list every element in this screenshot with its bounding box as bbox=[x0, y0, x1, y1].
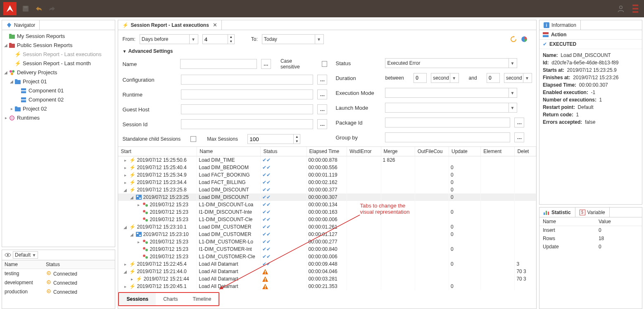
menu-icon[interactable] bbox=[632, 5, 641, 13]
grid-column[interactable]: WsdlError bbox=[347, 147, 381, 156]
env-row[interactable]: developmentConnected bbox=[2, 278, 115, 287]
nav-component02[interactable]: Component 02 bbox=[3, 95, 114, 104]
grid-column[interactable]: Status bbox=[261, 147, 307, 156]
from-unit-dropdown[interactable]: Days before▼ bbox=[140, 34, 198, 44]
tab-sessions[interactable]: Sessions bbox=[119, 293, 156, 305]
exec-mode-dropdown[interactable]: ▼ bbox=[385, 88, 517, 98]
advanced-settings-toggle[interactable]: ▼Advanced Settings bbox=[118, 47, 536, 56]
grid-column[interactable]: Merge bbox=[381, 147, 415, 156]
duration-from-unit[interactable]: second▼ bbox=[431, 73, 459, 83]
config-browse[interactable]: … bbox=[317, 75, 327, 85]
guesthost-browse[interactable]: … bbox=[317, 104, 327, 114]
svg-rect-42 bbox=[137, 233, 138, 234]
packageid-input[interactable] bbox=[385, 118, 510, 127]
table-row[interactable]: ◢⚡2019/07/12 15:23:25.8 Load DIM_DISCOUN… bbox=[118, 186, 536, 193]
svg-rect-9 bbox=[9, 43, 12, 45]
svg-rect-33 bbox=[137, 196, 138, 197]
tab-charts[interactable]: Charts bbox=[156, 293, 185, 305]
env-selector[interactable]: Default ▼ bbox=[13, 251, 38, 259]
table-row[interactable]: ▸⚡2019/07/12 15:25:34.9 Load FACT_BOOKIN… bbox=[118, 171, 536, 179]
statistic-tab[interactable]: Statistic bbox=[539, 208, 575, 217]
grid-column[interactable]: Delet bbox=[515, 147, 536, 156]
table-row[interactable]: ▸⚡2019/07/12 15:25:40.4 Load DIM_BEDROOM… bbox=[118, 164, 536, 171]
status-dropdown[interactable]: Executed Error▼ bbox=[385, 58, 517, 68]
svg-point-40 bbox=[145, 219, 148, 222]
name-input[interactable] bbox=[180, 59, 257, 69]
table-row[interactable]: ◢2019/07/12 15:23:25 Load DIM_DISCOUNT✔✔… bbox=[118, 193, 536, 201]
nav-my-reports[interactable]: My Session Reports bbox=[3, 32, 114, 41]
svg-rect-4 bbox=[632, 8, 638, 9]
nav-delivery-projects[interactable]: ◢Delivery Projects bbox=[3, 68, 114, 77]
sessionid-input[interactable] bbox=[181, 119, 313, 129]
duration-to-unit[interactable]: second▼ bbox=[504, 73, 532, 83]
svg-point-35 bbox=[143, 203, 145, 205]
runtime-browse[interactable]: … bbox=[317, 90, 327, 99]
max-sessions-spinner[interactable]: ▲▼ bbox=[247, 134, 300, 144]
duration-from-input[interactable] bbox=[413, 73, 427, 83]
standalone-checkbox[interactable] bbox=[190, 136, 196, 142]
navigator-tab[interactable]: Navigator bbox=[2, 20, 40, 30]
stat-row: Insert0 bbox=[539, 226, 642, 235]
bottom-tabs: Sessions Charts Timeline bbox=[118, 292, 219, 306]
env-row[interactable]: productionConnected bbox=[2, 287, 115, 296]
svg-rect-20 bbox=[15, 106, 17, 108]
guesthost-input[interactable] bbox=[181, 104, 313, 114]
svg-point-22 bbox=[12, 118, 13, 119]
table-row[interactable]: ▸⚡2019/07/12 15:25:50.6 Load DIM_TIME✔✔0… bbox=[118, 156, 536, 164]
svg-point-10 bbox=[10, 70, 12, 73]
svg-point-45 bbox=[145, 241, 148, 244]
close-icon[interactable]: ✕ bbox=[213, 22, 217, 28]
nav-public-reports[interactable]: ◢Public Session Reports bbox=[3, 41, 114, 50]
undo-icon[interactable] bbox=[35, 5, 43, 13]
table-row[interactable]: ▸⚡2019/07/12 15:23:34.4 Load FACT_BILLIN… bbox=[118, 179, 536, 186]
svg-rect-7 bbox=[9, 34, 12, 35]
sessionid-browse[interactable]: … bbox=[317, 119, 327, 129]
tab-timeline[interactable]: Timeline bbox=[185, 293, 219, 305]
grid-column[interactable]: Start bbox=[118, 147, 197, 156]
nav-runtimes[interactable]: ▸Runtimes bbox=[3, 113, 114, 123]
nav-sr-last-exec[interactable]: ⚡Session Report - Last executions bbox=[3, 50, 114, 59]
grid-column[interactable]: Element bbox=[481, 147, 515, 156]
app-logo bbox=[3, 2, 17, 15]
table-row[interactable]: ▸2019/07/12 15:23 L1-DIM_DISCOUNT-Loa✔✔0… bbox=[118, 201, 536, 208]
refresh-icon[interactable] bbox=[510, 35, 517, 43]
grid-column[interactable]: Elapsed Time bbox=[307, 147, 347, 156]
pie-chart-icon[interactable] bbox=[520, 35, 528, 43]
redo-icon[interactable] bbox=[48, 5, 56, 13]
save-icon[interactable] bbox=[21, 5, 30, 13]
from-value-spinner[interactable]: ▲▼ bbox=[202, 34, 235, 44]
env-row[interactable]: testingConnected bbox=[2, 269, 115, 278]
duration-to-input[interactable] bbox=[487, 73, 500, 83]
svg-line-56 bbox=[219, 215, 360, 289]
grid-column[interactable]: OutFileCou bbox=[415, 147, 449, 156]
groupby-input[interactable] bbox=[385, 132, 510, 142]
user-icon[interactable] bbox=[617, 5, 625, 13]
config-input[interactable] bbox=[181, 75, 313, 85]
launch-mode-dropdown[interactable]: ▼ bbox=[385, 103, 517, 113]
case-sensitive-checkbox[interactable] bbox=[322, 61, 328, 67]
svg-point-46 bbox=[143, 247, 145, 250]
runtime-input[interactable] bbox=[181, 90, 313, 99]
svg-point-44 bbox=[143, 240, 145, 242]
session-report-tab[interactable]: ⚡ Session Report - Last executions ✕ bbox=[118, 20, 221, 30]
sessions-grid[interactable]: StartNameStatusElapsed TimeWsdlErrorMerg… bbox=[118, 146, 536, 290]
nav-component01[interactable]: Component 01 bbox=[3, 86, 114, 95]
environments-panel: Default ▼ NameStatus testingConnecteddev… bbox=[2, 250, 115, 309]
annotation-text: Tabs to change the visual representation bbox=[360, 203, 409, 215]
action-header: Action bbox=[539, 30, 642, 40]
to-dropdown[interactable]: Today▼ bbox=[262, 34, 324, 44]
grid-column[interactable]: Update bbox=[449, 147, 481, 156]
information-tab[interactable]: i Information bbox=[539, 20, 581, 30]
groupby-browse[interactable]: … bbox=[514, 132, 524, 142]
session-report-title: Session Report - Last executions bbox=[131, 22, 209, 28]
variable-tab[interactable]: $ Variable bbox=[575, 208, 610, 217]
nav-project02[interactable]: ▸Project 02 bbox=[3, 104, 114, 113]
svg-point-37 bbox=[143, 210, 145, 212]
grid-column[interactable]: Name bbox=[197, 147, 261, 156]
packageid-browse[interactable]: … bbox=[514, 118, 524, 127]
name-browse[interactable]: … bbox=[261, 59, 271, 69]
nav-project01[interactable]: ◢Project 01 bbox=[3, 77, 114, 86]
nav-sr-last-month[interactable]: ⚡Session Report - Last month bbox=[3, 59, 114, 68]
svg-rect-1 bbox=[24, 6, 27, 8]
stat-row: Rows18 bbox=[539, 234, 642, 243]
